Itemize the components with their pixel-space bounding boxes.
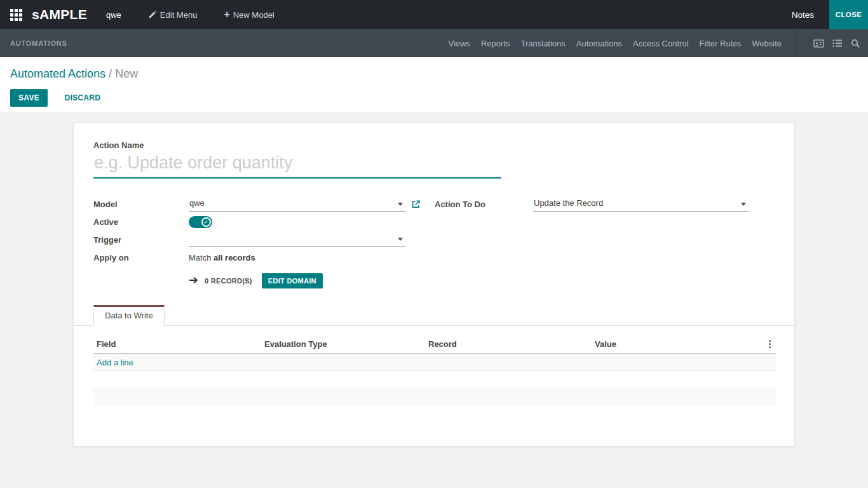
content-area: Action Name Model qwe Action To Do [0, 113, 868, 488]
table-row-empty [93, 388, 776, 405]
apps-grid-icon[interactable] [10, 9, 22, 21]
breadcrumb-current: New [115, 67, 138, 80]
new-model-button[interactable]: + New Model [224, 10, 274, 20]
close-studio-button[interactable]: CLOSE [829, 0, 868, 29]
action-name-label: Action Name [93, 140, 775, 150]
caret-down-icon[interactable] [398, 203, 403, 206]
notes-button[interactable]: Notes [792, 10, 814, 20]
notebook-tabs: Data to Write [74, 304, 794, 326]
model-value: qwe [189, 198, 205, 208]
trigger-select[interactable] [189, 233, 405, 247]
edit-menu-label: Edit Menu [160, 10, 198, 20]
new-model-label: New Model [233, 10, 275, 20]
studio-tab-views[interactable]: Views [449, 39, 470, 48]
edit-domain-button[interactable]: EDIT DOMAIN [262, 273, 323, 288]
caret-down-icon[interactable] [741, 203, 746, 206]
discard-button[interactable]: DISCARD [60, 89, 104, 107]
top-navbar: sAMPLE qwe Edit Menu + New Model Notes C… [0, 0, 868, 29]
action-to-do-value: Update the Record [534, 198, 603, 208]
breadcrumb-parent[interactable]: Automated Actions [10, 67, 105, 80]
model-input[interactable]: qwe [189, 196, 405, 212]
table-row-add-line: Add a line [93, 354, 776, 371]
menu-item-qwe[interactable]: qwe [106, 10, 121, 20]
column-header-field[interactable]: Field [93, 339, 261, 349]
toggle-knob [201, 217, 211, 227]
automated-action-form: Action Name Model qwe Action To Do [73, 122, 795, 447]
action-to-do-select[interactable]: Update the Record [533, 196, 749, 212]
action-name-input[interactable] [93, 151, 501, 179]
action-to-do-label: Action To Do [435, 200, 533, 209]
records-row: 0 RECORD(S) EDIT DOMAIN [189, 273, 775, 288]
column-header-record[interactable]: Record [425, 339, 592, 349]
form-row-model: Model qwe Action To Do Update the Record [93, 195, 775, 213]
form-row-apply-on: Apply on Match all records [93, 248, 775, 266]
external-link-icon[interactable] [411, 200, 421, 209]
tab-data-to-write[interactable]: Data to Write [93, 305, 165, 326]
form-grid: Model qwe Action To Do Update the Record [93, 195, 775, 288]
studio-tab-access-control[interactable]: Access Control [633, 39, 688, 48]
studio-tab-filter-rules[interactable]: Filter Rules [700, 39, 742, 48]
app-brand[interactable]: sAMPLE [32, 7, 87, 22]
table-header-row: Field Evaluation Type Record Value [93, 339, 776, 354]
edit-menu-button[interactable]: Edit Menu [148, 10, 198, 20]
pencil-icon [148, 11, 156, 19]
studio-tab-reports[interactable]: Reports [481, 39, 510, 48]
breadcrumb: Automated Actions / New [10, 67, 858, 81]
data-to-write-table: Field Evaluation Type Record Value Add a… [93, 339, 776, 405]
active-label: Active [93, 217, 189, 227]
studio-section-label: AUTOMATIONS [10, 39, 67, 47]
kebab-icon[interactable] [769, 343, 771, 345]
contact-card-icon[interactable] [813, 39, 824, 48]
column-header-value[interactable]: Value [592, 339, 766, 349]
add-a-line-link[interactable]: Add a line [93, 358, 133, 367]
caret-down-icon[interactable] [398, 238, 403, 241]
trigger-label: Trigger [93, 235, 189, 245]
check-icon [204, 219, 208, 223]
control-panel-buttons: SAVE DISCARD [10, 89, 858, 107]
save-button[interactable]: SAVE [10, 89, 48, 107]
plus-icon: + [224, 10, 229, 20]
control-panel: Automated Actions / New SAVE DISCARD [0, 57, 868, 113]
table-row-empty [93, 371, 776, 388]
breadcrumb-separator: / [109, 67, 112, 80]
apply-on-value: Match all records [189, 253, 255, 262]
form-row-trigger: Trigger [93, 231, 775, 248]
active-toggle[interactable] [189, 216, 212, 228]
studio-bar: AUTOMATIONS Views Reports Translations A… [0, 29, 868, 57]
column-header-evaluation-type[interactable]: Evaluation Type [261, 339, 425, 349]
studio-tab-translations[interactable]: Translations [521, 39, 566, 48]
apply-on-label: Apply on [93, 253, 189, 262]
studio-tab-automations[interactable]: Automations [576, 39, 622, 48]
form-row-active: Active [93, 213, 775, 231]
model-label: Model [93, 200, 189, 209]
records-count-link[interactable]: 0 RECORD(S) [205, 277, 252, 285]
search-icon[interactable] [851, 39, 860, 48]
arrow-right-icon [189, 275, 198, 287]
studio-tab-website[interactable]: Website [752, 39, 782, 48]
list-view-icon[interactable] [832, 39, 843, 48]
studio-bar-divider [796, 29, 796, 57]
